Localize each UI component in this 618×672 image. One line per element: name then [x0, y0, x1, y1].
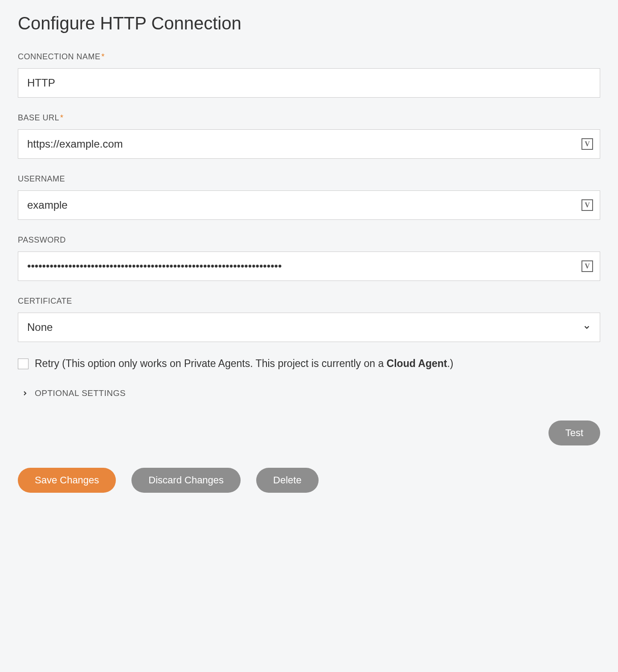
- chevron-right-icon: [21, 390, 29, 397]
- certificate-select[interactable]: None: [18, 313, 600, 342]
- connection-name-label: CONNECTION NAME*: [18, 52, 600, 62]
- test-button[interactable]: Test: [548, 421, 600, 445]
- optional-settings-toggle[interactable]: OPTIONAL SETTINGS: [18, 388, 600, 398]
- delete-button[interactable]: Delete: [256, 468, 319, 493]
- test-row: Test: [18, 421, 600, 445]
- chevron-down-icon: [583, 323, 591, 331]
- required-asterisk-icon: *: [102, 52, 105, 61]
- password-group: PASSWORD V: [18, 235, 600, 281]
- retry-checkbox[interactable]: [18, 359, 29, 369]
- retry-label: Retry (This option only works on Private…: [35, 358, 454, 370]
- username-input[interactable]: [18, 190, 600, 220]
- page-title: Configure HTTP Connection: [18, 13, 600, 33]
- connection-name-group: CONNECTION NAME*: [18, 52, 600, 98]
- action-row: Save Changes Discard Changes Delete: [18, 468, 600, 493]
- variable-icon[interactable]: V: [581, 199, 593, 211]
- connection-name-input[interactable]: [18, 68, 600, 98]
- username-label: USERNAME: [18, 174, 600, 184]
- required-asterisk-icon: *: [60, 113, 64, 122]
- password-label: PASSWORD: [18, 235, 600, 245]
- certificate-label: CERTIFICATE: [18, 297, 600, 306]
- username-group: USERNAME V: [18, 174, 600, 220]
- base-url-group: BASE URL* V: [18, 113, 600, 159]
- certificate-selected-value: None: [27, 321, 53, 334]
- base-url-label: BASE URL*: [18, 113, 600, 123]
- certificate-group: CERTIFICATE None: [18, 297, 600, 342]
- optional-settings-label: OPTIONAL SETTINGS: [35, 388, 126, 398]
- save-button[interactable]: Save Changes: [18, 468, 116, 493]
- password-input[interactable]: [18, 251, 600, 281]
- base-url-input[interactable]: [18, 129, 600, 159]
- variable-icon[interactable]: V: [581, 138, 593, 150]
- discard-button[interactable]: Discard Changes: [131, 468, 241, 493]
- retry-row: Retry (This option only works on Private…: [18, 358, 600, 370]
- variable-icon[interactable]: V: [581, 260, 593, 272]
